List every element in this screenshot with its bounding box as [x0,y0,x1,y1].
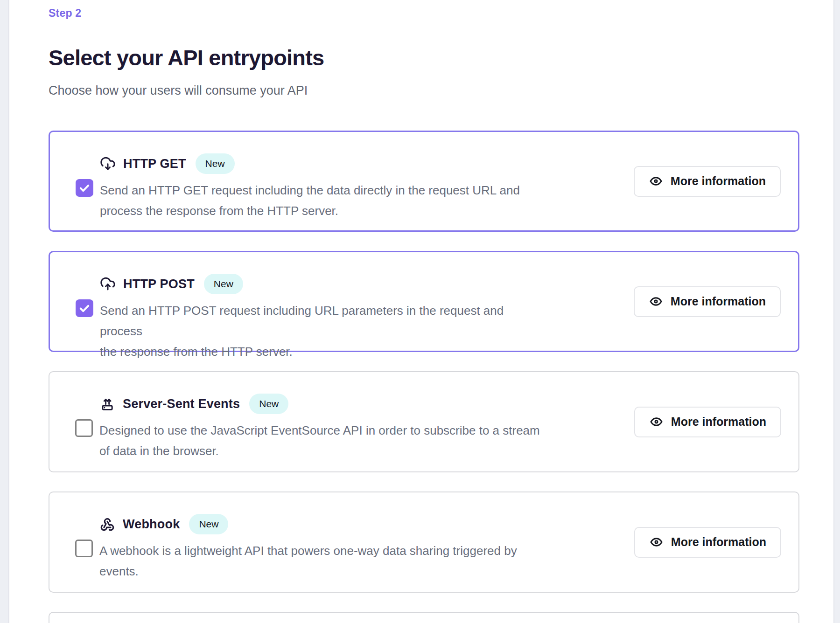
entrypoint-checkbox[interactable] [76,179,93,197]
entrypoint-checkbox[interactable] [75,419,93,437]
entrypoint-title: HTTP GET [123,157,186,171]
more-information-label: More information [671,295,766,308]
entrypoint-list: HTTP GET New Send an HTTP GET request in… [49,131,833,593]
new-badge: New [196,153,235,174]
eye-icon [649,415,664,429]
more-information-button[interactable]: More information [634,527,781,558]
entrypoint-card[interactable]: Server-Sent Events New Designed to use t… [49,371,799,472]
new-badge: New [204,274,243,294]
more-information-label: More information [671,535,766,549]
eye-icon [649,174,663,188]
checkmark-icon [78,181,91,194]
entrypoint-card[interactable]: Webhook New A webhook is a lightweight A… [49,491,799,593]
entrypoint-card-partial[interactable] [49,612,799,623]
new-badge: New [189,514,228,534]
entrypoint-description: Send an HTTP GET request including the d… [100,180,520,221]
entrypoint-title: Server-Sent Events [123,397,240,411]
entrypoint-title: Webhook [123,517,180,532]
entrypoint-checkbox[interactable] [75,540,93,557]
checkmark-icon [78,302,91,315]
more-information-label: More information [671,174,766,188]
entrypoint-checkbox[interactable] [76,299,93,317]
entrypoint-description: Send an HTTP POST request including URL … [100,300,548,362]
new-badge: New [249,394,288,414]
entrypoint-card[interactable]: HTTP GET New Send an HTTP GET request in… [49,131,799,232]
eye-icon [649,535,664,549]
more-information-label: More information [671,415,766,429]
server-arrows-up-icon [99,396,115,412]
page-subtitle: Choose how your users will consume your … [49,81,833,100]
content-panel: Step 2 Select your API entrypoints Choos… [8,0,834,623]
step-content: Step 2 Select your API entrypoints Choos… [9,0,833,623]
cloud-download-icon [100,156,116,172]
entrypoint-description: Designed to use the JavaScript EventSour… [99,420,540,461]
entrypoint-title: HTTP POST [123,277,195,291]
eye-icon [649,294,663,309]
more-information-button[interactable]: More information [634,166,781,197]
entrypoint-card[interactable]: HTTP POST New Send an HTTP POST request … [49,251,799,352]
cloud-upload-icon [100,276,116,292]
more-information-button[interactable]: More information [634,407,781,437]
more-information-button[interactable]: More information [634,286,781,317]
step-label: Step 2 [49,7,833,20]
page-title: Select your API entrypoints [49,45,833,71]
entrypoint-description: A webhook is a lightweight API that powe… [99,540,517,581]
webhook-icon [99,516,115,532]
